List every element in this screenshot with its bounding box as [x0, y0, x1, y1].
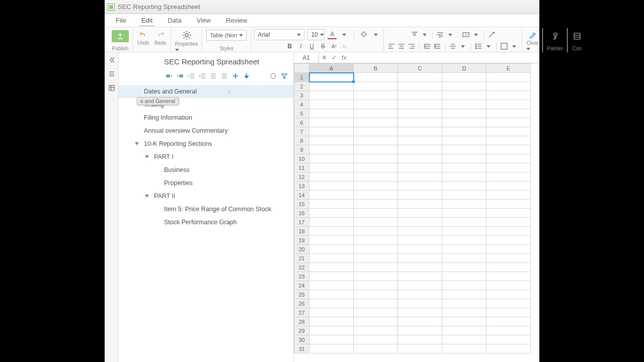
row-header[interactable]: 14	[294, 191, 309, 200]
cell[interactable]	[309, 254, 354, 263]
column-header[interactable]: A	[309, 64, 354, 73]
cell[interactable]	[354, 200, 398, 209]
cell[interactable]	[442, 154, 487, 163]
cell[interactable]	[354, 326, 398, 335]
wrap-button[interactable]	[436, 30, 445, 39]
cell[interactable]	[442, 118, 487, 127]
tree-row[interactable]: PART I	[119, 150, 293, 163]
cell[interactable]	[309, 281, 354, 290]
conditional-button[interactable]	[572, 31, 583, 42]
row-header[interactable]: 4	[294, 100, 309, 109]
cell[interactable]	[398, 299, 442, 308]
align-center-button[interactable]	[397, 42, 406, 51]
cell[interactable]	[487, 290, 531, 299]
cell[interactable]	[487, 182, 531, 191]
row-header[interactable]: 7	[294, 127, 309, 136]
row-header[interactable]: 3	[294, 91, 309, 100]
column-header[interactable]: E	[487, 64, 531, 73]
cell[interactable]	[309, 118, 354, 127]
strike-button[interactable]: S	[318, 42, 328, 51]
cell[interactable]	[487, 254, 531, 263]
cell[interactable]	[309, 236, 354, 245]
cell[interactable]	[309, 109, 354, 118]
tree-row[interactable]: 10-K Reporting Sections	[119, 137, 293, 150]
cell[interactable]	[487, 272, 531, 281]
cell[interactable]	[487, 281, 531, 290]
row-header[interactable]: 23	[294, 272, 309, 281]
orientation-button[interactable]	[487, 30, 496, 39]
row-header[interactable]: 16	[294, 209, 309, 218]
cell[interactable]	[442, 335, 487, 344]
cell[interactable]	[309, 136, 354, 145]
cell[interactable]	[354, 299, 398, 308]
cell[interactable]	[442, 317, 487, 326]
cell[interactable]	[309, 263, 354, 272]
row-header[interactable]: 29	[294, 326, 309, 335]
cell[interactable]	[398, 344, 442, 353]
list-caret[interactable]	[484, 42, 493, 51]
italic-button[interactable]: I	[296, 42, 305, 51]
cell[interactable]	[354, 182, 398, 191]
chevron-down-icon[interactable]	[145, 155, 149, 158]
valign-mid-button[interactable]	[448, 42, 457, 51]
cancel-formula-button[interactable]: ✕	[319, 54, 329, 61]
cell[interactable]	[442, 218, 487, 227]
cell[interactable]	[354, 263, 398, 272]
cell[interactable]	[487, 172, 531, 182]
cell[interactable]	[398, 109, 442, 118]
cell[interactable]	[442, 290, 487, 299]
cell[interactable]	[309, 326, 354, 335]
cell[interactable]	[309, 218, 354, 227]
column-header[interactable]: C	[398, 64, 442, 73]
clear-button[interactable]	[527, 29, 538, 40]
cell[interactable]	[487, 317, 531, 326]
row-header[interactable]: 8	[294, 136, 309, 145]
cell[interactable]	[309, 227, 354, 236]
collapse-panel-button[interactable]	[107, 55, 116, 64]
cell[interactable]	[442, 344, 487, 353]
menu-view[interactable]: View	[195, 15, 213, 26]
cell[interactable]	[354, 290, 398, 299]
cell[interactable]	[398, 91, 442, 100]
valign-caret2[interactable]	[458, 42, 467, 51]
cell[interactable]	[354, 145, 398, 154]
row-header[interactable]: 20	[294, 245, 309, 254]
valign-top-button[interactable]	[410, 30, 419, 39]
cell[interactable]	[398, 172, 442, 182]
cell[interactable]	[309, 335, 354, 344]
cell[interactable]	[354, 91, 398, 100]
style-dropdown[interactable]: Table (Normal)	[206, 30, 247, 41]
cell[interactable]	[398, 263, 442, 272]
cell[interactable]	[309, 317, 354, 326]
cell[interactable]	[354, 109, 398, 118]
tree-row[interactable]: Dates and General☟	[119, 85, 293, 98]
cell[interactable]	[487, 209, 531, 218]
row-header[interactable]: 17	[294, 218, 309, 227]
row-header[interactable]: 2	[294, 82, 309, 91]
cell[interactable]	[487, 118, 531, 127]
cell[interactable]	[442, 299, 487, 308]
row-header[interactable]: 24	[294, 281, 309, 290]
cell[interactable]	[398, 218, 442, 227]
outline-moveup-icon[interactable]	[209, 72, 217, 80]
cell[interactable]	[309, 290, 354, 299]
cell[interactable]	[442, 172, 487, 182]
cell[interactable]	[309, 82, 354, 91]
tree-row[interactable]: Business	[119, 163, 293, 176]
row-header[interactable]: 12	[294, 172, 309, 182]
cell[interactable]	[398, 136, 442, 145]
menu-data[interactable]: Data	[166, 15, 183, 26]
cell[interactable]	[309, 308, 354, 317]
cell[interactable]	[354, 127, 398, 136]
align-left-button[interactable]	[387, 42, 396, 51]
cell[interactable]	[309, 154, 354, 163]
cell[interactable]	[309, 172, 354, 182]
cell[interactable]	[487, 308, 531, 317]
cell[interactable]	[398, 209, 442, 218]
outline-add-icon[interactable]	[231, 72, 239, 80]
cell[interactable]	[354, 118, 398, 127]
painter-button[interactable]	[549, 31, 560, 42]
cell[interactable]	[442, 82, 487, 91]
cell[interactable]	[354, 136, 398, 145]
cell[interactable]	[398, 154, 442, 163]
